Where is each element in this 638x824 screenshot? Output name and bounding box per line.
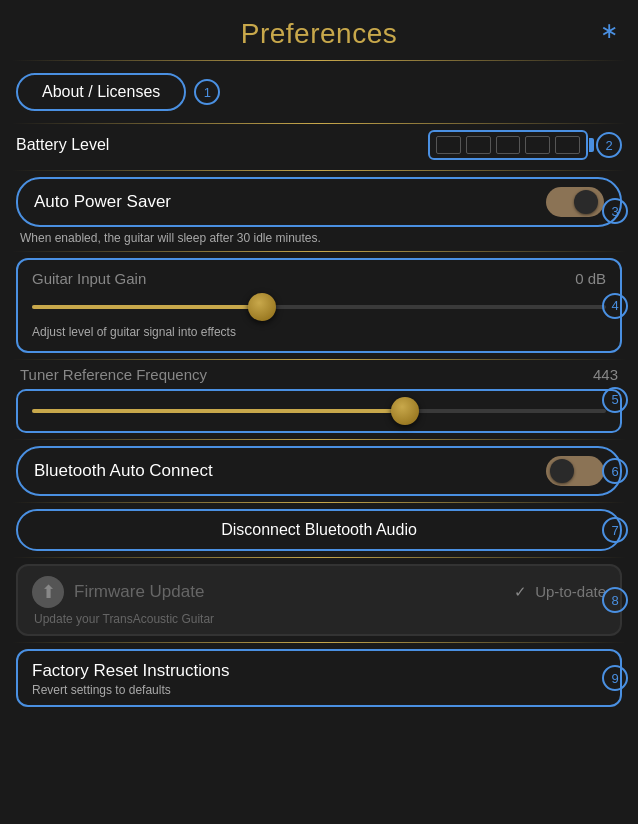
auto-power-saver-label: Auto Power Saver xyxy=(34,192,171,212)
disconnect-bt-row: Disconnect Bluetooth Audio 7 xyxy=(16,509,622,551)
bluetooth-auto-connect-toggle-row[interactable]: Bluetooth Auto Connect xyxy=(16,446,622,496)
battery-segment-2 xyxy=(466,136,491,154)
guitar-gain-content: Guitar Input Gain 0 dB Adjust level of g… xyxy=(16,258,622,353)
bluetooth-auto-connect-row: Bluetooth Auto Connect 6 xyxy=(16,446,622,496)
battery-indicator xyxy=(428,130,588,160)
item-number-9: 9 xyxy=(602,665,628,691)
header: Preferences ∗ xyxy=(0,0,638,60)
firmware-section: ⬆ Firmware Update ✓ Up-to-date Update yo… xyxy=(16,564,622,636)
firmware-status-text: Up-to-date xyxy=(535,583,606,600)
factory-reset-content: Factory Reset Instructions Revert settin… xyxy=(16,649,622,707)
divider-8 xyxy=(12,642,626,643)
firmware-update-content: ⬆ Firmware Update ✓ Up-to-date Update yo… xyxy=(16,564,622,636)
guitar-gain-row: Guitar Input Gain 0 dB Adjust level of g… xyxy=(16,258,622,353)
auto-power-saver-row: Auto Power Saver When enabled, the guita… xyxy=(16,177,622,245)
factory-reset-row: Factory Reset Instructions Revert settin… xyxy=(16,649,622,707)
battery-segment-3 xyxy=(496,136,521,154)
tuner-fill xyxy=(32,409,405,413)
item-number-8: 8 xyxy=(602,587,628,613)
tuner-freq-title: Tuner Reference Frequency xyxy=(20,366,207,383)
factory-reset-section[interactable]: Factory Reset Instructions Revert settin… xyxy=(16,649,622,707)
guitar-gain-slider-container[interactable] xyxy=(32,295,606,319)
firmware-label: Firmware Update xyxy=(74,582,504,602)
bluetooth-auto-connect-content: Bluetooth Auto Connect xyxy=(16,446,622,496)
firmware-row: ⬆ Firmware Update ✓ Up-to-date xyxy=(32,576,606,608)
divider-3 xyxy=(12,251,626,252)
about-licenses-button[interactable]: About / Licenses xyxy=(16,73,186,111)
guitar-gain-track xyxy=(32,305,606,309)
tuner-slider-wrap xyxy=(16,389,622,433)
guitar-gain-thumb[interactable] xyxy=(248,293,276,321)
firmware-check-icon: ✓ xyxy=(514,583,527,600)
tuner-freq-value: 443 xyxy=(593,366,618,383)
battery-segment-5 xyxy=(555,136,580,154)
battery-row: Battery Level 2 xyxy=(0,124,638,170)
firmware-status: ✓ Up-to-date xyxy=(514,583,606,601)
bluetooth-auto-connect-toggle[interactable] xyxy=(546,456,604,486)
item-number-3: 3 xyxy=(602,198,628,224)
tuner-freq-section: Tuner Reference Frequency 443 xyxy=(16,366,622,433)
battery-label: Battery Level xyxy=(16,136,428,154)
tuner-freq-content: Tuner Reference Frequency 443 xyxy=(16,366,622,433)
battery-segment-1 xyxy=(436,136,461,154)
auto-power-saver-toggle[interactable] xyxy=(546,187,604,217)
auto-power-saver-helper: When enabled, the guitar will sleep afte… xyxy=(16,231,622,245)
guitar-gain-section: Guitar Input Gain 0 dB Adjust level of g… xyxy=(16,258,622,353)
divider-4 xyxy=(12,359,626,360)
firmware-helper: Update your TransAcoustic Guitar xyxy=(32,612,606,626)
tuner-slider-container[interactable] xyxy=(32,399,606,423)
factory-reset-helper: Revert settings to defaults xyxy=(32,683,606,697)
bluetooth-auto-connect-thumb xyxy=(550,459,574,483)
item-number-6: 6 xyxy=(602,458,628,484)
guitar-gain-helper: Adjust level of guitar signal into effec… xyxy=(32,325,606,339)
item-number-5: 5 xyxy=(602,387,628,413)
item-number-7: 7 xyxy=(602,517,628,543)
divider-7 xyxy=(12,557,626,558)
guitar-gain-value: 0 dB xyxy=(575,270,606,287)
tuner-freq-row: Tuner Reference Frequency 443 5 xyxy=(16,366,622,433)
firmware-update-row: ⬆ Firmware Update ✓ Up-to-date Update yo… xyxy=(16,564,622,636)
auto-power-saver-content: Auto Power Saver When enabled, the guita… xyxy=(16,177,622,245)
disconnect-bt-content: Disconnect Bluetooth Audio xyxy=(16,509,622,551)
tuner-freq-header: Tuner Reference Frequency 443 xyxy=(16,366,622,383)
item-number-2: 2 xyxy=(596,132,622,158)
tuner-track xyxy=(32,409,606,413)
auto-power-saver-thumb xyxy=(574,190,598,214)
factory-reset-title: Factory Reset Instructions xyxy=(32,661,606,681)
guitar-gain-fill xyxy=(32,305,262,309)
about-row: About / Licenses 1 xyxy=(0,61,638,123)
bluetooth-icon: ∗ xyxy=(600,18,618,44)
battery-segment-4 xyxy=(525,136,550,154)
item-number-4: 4 xyxy=(602,293,628,319)
divider-2 xyxy=(12,170,626,171)
item-number-1: 1 xyxy=(194,79,220,105)
guitar-gain-header: Guitar Input Gain 0 dB xyxy=(32,270,606,287)
tuner-thumb[interactable] xyxy=(391,397,419,425)
disconnect-bluetooth-button[interactable]: Disconnect Bluetooth Audio xyxy=(16,509,622,551)
bluetooth-auto-connect-label: Bluetooth Auto Connect xyxy=(34,461,213,481)
auto-power-saver-toggle-row[interactable]: Auto Power Saver xyxy=(16,177,622,227)
guitar-gain-title: Guitar Input Gain xyxy=(32,270,146,287)
divider-6 xyxy=(12,502,626,503)
page-title: Preferences xyxy=(241,18,397,50)
firmware-upload-icon: ⬆ xyxy=(32,576,64,608)
divider-5 xyxy=(12,439,626,440)
